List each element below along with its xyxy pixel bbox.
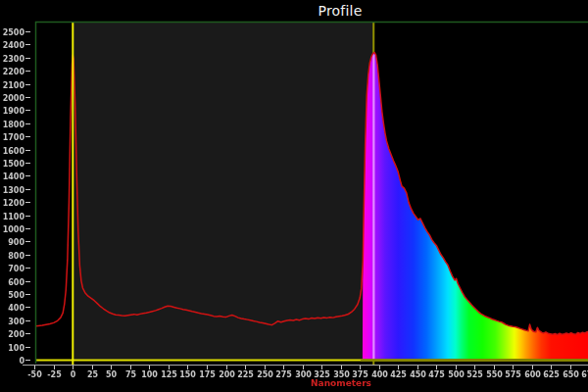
x-axis-title: Nanometers [311, 378, 371, 388]
spectrometer-profile-window: Profile Nanometers [0, 0, 588, 392]
profile-chart-canvas[interactable] [0, 0, 588, 392]
